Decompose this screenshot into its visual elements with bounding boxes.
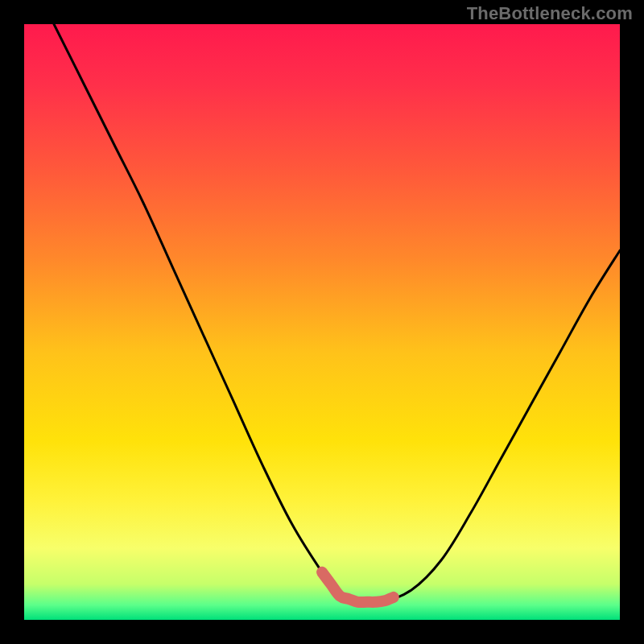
watermark-text: TheBottleneck.com — [467, 3, 633, 24]
chart-frame: TheBottleneck.com — [0, 0, 644, 644]
chart-background — [24, 24, 620, 620]
chart-svg — [24, 24, 620, 620]
plot-area — [24, 24, 620, 620]
